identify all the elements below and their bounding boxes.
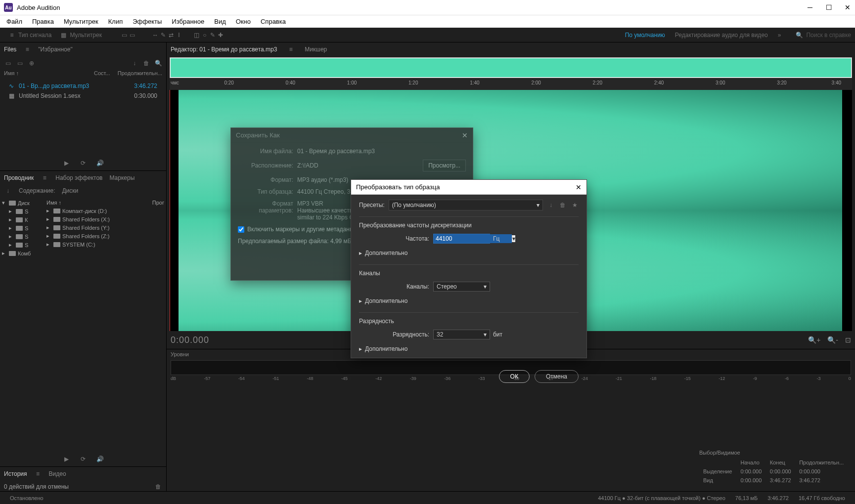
trash-icon[interactable]: 🗑 (154, 483, 162, 491)
video-tab[interactable]: Видео (49, 468, 66, 479)
effects-tab[interactable]: Набор эффектов (55, 172, 102, 183)
col-status[interactable]: Сост... (94, 70, 118, 81)
preview-play-icon[interactable]: ▶ (62, 159, 70, 167)
favorites-tab[interactable]: "Избранное" (38, 44, 72, 55)
dialog-close-icon[interactable]: ✕ (576, 183, 582, 191)
explorer-tab[interactable]: Проводник (4, 172, 34, 183)
preview-loop-icon[interactable]: ⟳ (79, 455, 87, 463)
save-preset-icon[interactable]: ↓ (547, 201, 555, 209)
search-files-icon[interactable]: 🔍 (154, 59, 162, 67)
menu-view[interactable]: Вид (210, 16, 230, 27)
menu-file[interactable]: Файл (2, 16, 27, 27)
menu-clip[interactable]: Клип (104, 16, 127, 27)
col-name[interactable]: Имя ↑ (4, 70, 94, 81)
filename-field[interactable]: 01 - Время до рассвета.mp3 (297, 148, 466, 155)
tool-time-icon[interactable]: I (175, 31, 183, 39)
cancel-button[interactable]: Отмена (535, 370, 579, 383)
mixer-tab[interactable]: Микшер (305, 46, 327, 53)
editor-tab[interactable]: Редактор: 01 - Время до рассвета.mp3 (171, 46, 277, 53)
drive-row[interactable]: ▸SYSTEM (C:) (46, 240, 164, 249)
zoom-in-icon[interactable]: 🔍+ (808, 336, 820, 344)
file-row[interactable]: ∿ 01 - Вр...до рассвета.mp3 3:46.272 (0, 81, 166, 91)
preview-play-icon[interactable]: ▶ (62, 455, 70, 463)
tool-move-icon[interactable]: ↔ (151, 31, 159, 39)
import-icon[interactable]: ⊕ (28, 59, 36, 67)
drive-row[interactable]: ▸Shared Folders (Y:) (46, 223, 164, 232)
drive-row[interactable]: ▸Shared Folders (Z:) (46, 232, 164, 240)
files-tab[interactable]: Files (4, 44, 16, 55)
favorite-preset-icon[interactable]: ★ (571, 201, 579, 209)
menu-edit[interactable]: Правка (28, 16, 58, 27)
chevron-down-icon[interactable]: ▾ (512, 235, 515, 242)
bitdepth-select[interactable]: 32▾ (433, 330, 490, 339)
ok-button[interactable]: ОК (499, 370, 530, 383)
menu-multitrack[interactable]: Мультитрек (59, 16, 103, 27)
waveform-view-button[interactable]: ≡Тип сигнала (4, 30, 55, 41)
navigation-waveform[interactable] (170, 57, 852, 78)
delete-icon[interactable]: 🗑 (142, 59, 150, 67)
panel-menu-icon[interactable]: ≡ (23, 45, 31, 53)
markers-tab[interactable]: Маркеры (109, 172, 135, 183)
workspace-editvideo[interactable]: Редактирование аудио для видео (670, 30, 773, 40)
tree-item[interactable]: ▸S (2, 241, 43, 249)
tool-icon-1[interactable]: ▭ (121, 31, 129, 39)
tool-slip-icon[interactable]: ⇄ (167, 31, 175, 39)
markers-checkbox[interactable] (238, 226, 244, 233)
preview-autoplay-icon[interactable]: 🔊 (96, 159, 104, 167)
disks-label[interactable]: Диски (62, 187, 78, 194)
import-drive-icon[interactable]: ↓ (4, 187, 12, 195)
minimize-button[interactable]: ─ (807, 4, 813, 11)
maximize-button[interactable]: ☐ (825, 4, 832, 11)
preview-autoplay-icon[interactable]: 🔊 (96, 455, 104, 463)
preview-loop-icon[interactable]: ⟳ (79, 159, 87, 167)
multitrack-view-button[interactable]: ▦Мультитрек (55, 30, 105, 41)
tree-item[interactable]: ▸S (2, 224, 43, 232)
history-tab[interactable]: История (4, 468, 27, 479)
tree-item[interactable]: ▸К (2, 215, 43, 224)
tree-root[interactable]: ▾Диск (2, 199, 43, 207)
new-file-icon[interactable]: ▭ (4, 59, 12, 67)
col-name[interactable]: Имя ↑ (46, 200, 150, 206)
col-prog[interactable]: Прог (152, 200, 164, 206)
close-button[interactable]: ✕ (844, 4, 851, 11)
tool-lasso-icon[interactable]: ○ (201, 31, 209, 39)
file-row[interactable]: ▦ Untitled Session 1.sesx 0:30.000 (0, 91, 166, 101)
preset-select[interactable]: (По умолчанию)▾ (389, 200, 543, 210)
tool-razor-icon[interactable]: ✎ (159, 31, 167, 39)
tree-item[interactable]: ▸S (2, 207, 43, 215)
workspace-more[interactable]: » (773, 30, 786, 40)
browse-button[interactable]: Просмотр... (423, 160, 466, 171)
advanced-toggle[interactable]: ▸Дополнительно (359, 248, 579, 258)
timecode-display[interactable]: 0:00.000 (171, 335, 209, 345)
menu-window[interactable]: Окно (231, 16, 255, 27)
delete-preset-icon[interactable]: 🗑 (559, 201, 567, 209)
drive-row[interactable]: ▸Shared Folders (X:) (46, 215, 164, 223)
zoom-out-icon[interactable]: 🔍- (827, 336, 838, 344)
advanced-toggle[interactable]: ▸Дополнительно (359, 295, 579, 306)
zoom-fit-icon[interactable]: ⊡ (845, 336, 851, 344)
tool-icon-2[interactable]: ▭ (129, 31, 136, 39)
help-search[interactable]: 🔍Поиск в справке (796, 32, 851, 39)
drive-row[interactable]: ▸Компакт-диск (D:) (46, 207, 164, 215)
channels-select[interactable]: Стерео▾ (433, 282, 490, 292)
tree-item[interactable]: ▸Комб (2, 249, 43, 257)
menu-effects[interactable]: Эффекты (128, 16, 166, 27)
tree-item[interactable]: ▸S (2, 232, 43, 241)
tool-marquee-icon[interactable]: ◫ (193, 31, 201, 39)
playhead[interactable] (170, 90, 170, 331)
tool-heal-icon[interactable]: ✚ (217, 31, 225, 39)
menu-help[interactable]: Справка (256, 16, 290, 27)
frequency-combo[interactable]: ▾ (433, 234, 490, 244)
menu-favorites[interactable]: Избранное (167, 16, 209, 27)
open-file-icon[interactable]: ▭ (16, 59, 24, 67)
col-duration[interactable]: Продолжительн... (118, 70, 162, 81)
dialog-close-icon[interactable]: ✕ (462, 131, 468, 139)
tool-brush-icon[interactable]: ✎ (209, 31, 217, 39)
timeline-ruler[interactable]: чмс 0:20 0:40 1:00 1:20 1:40 2:00 2:20 2… (170, 79, 852, 90)
frequency-input[interactable] (434, 234, 512, 243)
location-field[interactable]: Z:\!ADD (297, 162, 418, 169)
panel-menu-icon[interactable]: ≡ (41, 174, 48, 182)
advanced-toggle[interactable]: ▸Дополнительно (359, 343, 579, 354)
insert-icon[interactable]: ↓ (131, 59, 138, 67)
workspace-default[interactable]: По умолчанию (620, 30, 670, 40)
